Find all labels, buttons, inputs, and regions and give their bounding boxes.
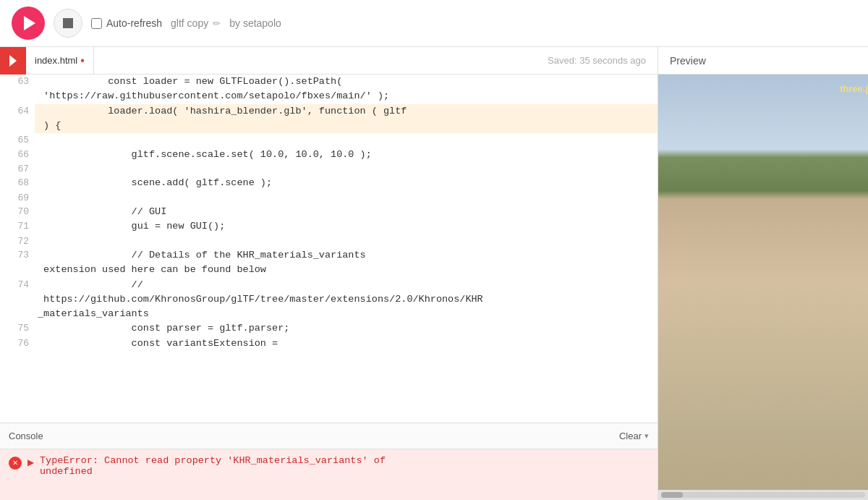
table-row: 64 loader.load( 'hashira_blender.glb', f…	[0, 104, 658, 119]
file-tab-name: index.html	[35, 55, 77, 66]
table-row: 74 //	[0, 278, 658, 292]
error-circle-icon: ✕	[9, 457, 22, 470]
table-row: 65	[0, 133, 658, 148]
table-row: 70 // GUI	[0, 205, 658, 219]
preview-scroll-thumb	[661, 492, 683, 498]
table-row: 'https://raw.githubusercontent.com/setap…	[0, 89, 658, 103]
console-clear-button[interactable]: Clear ▾	[619, 431, 649, 441]
table-row: 66 gltf.scene.scale.set( 10.0, 10.0, 10.…	[0, 148, 658, 162]
preview-panel: Preview three.j	[658, 47, 868, 500]
table-row: https://github.com/KhronosGroup/glTF/tre…	[0, 292, 658, 307]
toolbar: Auto-refresh gltf copy ✏ by setapolo	[0, 0, 868, 47]
table-row: 69	[0, 191, 658, 205]
tab-active-indicator	[0, 47, 26, 75]
table-row: 71 gui = new GUI();	[0, 219, 658, 234]
saved-info: Saved: 35 seconds ago	[548, 55, 658, 66]
error-line: ✕ ▶ TypeError: Cannot read property 'KHR…	[9, 455, 649, 477]
tab-bar: index.html• Saved: 35 seconds ago	[0, 47, 658, 75]
auto-refresh-label: Auto-refresh	[91, 17, 162, 29]
console-chevron-icon: ▾	[644, 431, 649, 441]
error-text: TypeError: Cannot read property 'KHR_mat…	[40, 455, 386, 477]
table-row: 76 const variantsExtension =	[0, 336, 658, 351]
console-header: Console Clear ▾	[0, 423, 658, 449]
code-scroll[interactable]: 63 const loader = new GLTFLoader().setPa…	[0, 75, 658, 423]
error-message-line2: undefined	[40, 466, 386, 477]
table-row: 75 const parser = gltf.parser;	[0, 321, 658, 336]
tab-arrow-icon	[9, 55, 17, 67]
table-row: ) {	[0, 119, 658, 133]
stop-icon	[63, 18, 73, 28]
table-row: 63 const loader = new GLTFLoader().setPa…	[0, 75, 658, 89]
console-title: Console	[9, 431, 619, 441]
play-icon	[24, 16, 35, 30]
console-panel: Console Clear ▾ ✕ ▶ TypeError: Cannot re…	[0, 423, 658, 500]
preview-title: Preview	[670, 55, 706, 67]
table-row: extension used here can be found below	[0, 263, 658, 277]
preview-header: Preview	[658, 47, 868, 75]
preview-scene: three.j	[658, 75, 868, 490]
preview-scroll-track	[661, 492, 865, 498]
preview-canvas: three.j	[658, 75, 868, 490]
auto-refresh-text: Auto-refresh	[106, 17, 162, 29]
table-row: 68 scene.add( gltf.scene );	[0, 176, 658, 190]
auto-refresh-checkbox[interactable]	[91, 18, 102, 29]
error-message-line1: TypeError: Cannot read property 'KHR_mat…	[40, 455, 386, 466]
author-label: by setapolo	[229, 17, 281, 29]
table-row: 73 // Details of the KHR_materials_varia…	[0, 248, 658, 263]
preview-horizontal-scrollbar[interactable]	[658, 490, 868, 500]
code-table: 63 const loader = new GLTFLoader().setPa…	[0, 75, 658, 351]
table-row: 67	[0, 162, 658, 177]
editor-preview-split: index.html• Saved: 35 seconds ago 63 con…	[0, 47, 868, 500]
run-button[interactable]	[12, 7, 45, 40]
table-row: _materials_variants	[0, 307, 658, 321]
code-area: 63 const loader = new GLTFLoader().setPa…	[0, 75, 658, 423]
project-name: gltf copy ✏	[171, 17, 221, 29]
error-expand-button[interactable]: ▶	[27, 457, 34, 467]
stop-button[interactable]	[54, 9, 82, 38]
console-body: ✕ ▶ TypeError: Cannot read property 'KHR…	[0, 449, 658, 500]
unsaved-dot: •	[80, 55, 85, 67]
preview-overlay-text: three.j	[840, 83, 868, 94]
table-row: 72	[0, 234, 658, 249]
file-tab-index-html[interactable]: index.html•	[26, 47, 94, 74]
editor-panel: index.html• Saved: 35 seconds ago 63 con…	[0, 47, 658, 500]
main-area: index.html• Saved: 35 seconds ago 63 con…	[0, 47, 868, 500]
pencil-icon[interactable]: ✏	[213, 18, 221, 29]
